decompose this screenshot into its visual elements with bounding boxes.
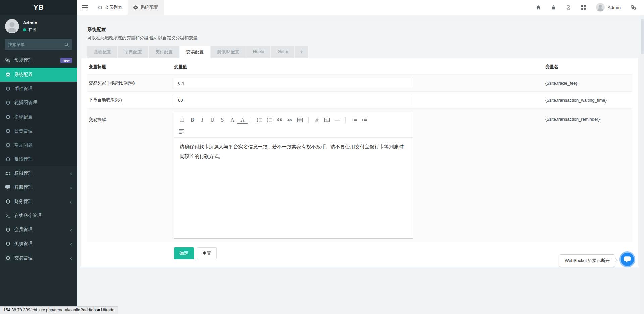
strikethrough-icon[interactable]: S [217,115,227,125]
sidebar-item-trade[interactable]: 交易管理 ‹ [0,251,77,265]
chevron-left-icon: ‹ [70,255,72,261]
topbar-user-menu[interactable]: Admin [596,3,621,12]
user-panel: Admin 在线 [0,15,77,37]
user-name: Admin [23,20,37,25]
horizontal-rule-icon[interactable]: — [332,115,342,125]
panel-body: 变量标题 变量值 变量名 交易买家手续费比例(%) {$site.trade_f… [81,58,638,259]
fullscreen-icon[interactable] [581,5,586,10]
tab-huobi[interactable]: Huobi [246,46,270,58]
sidebar-item-online-command[interactable]: >_ 在线命令管理 [0,209,77,223]
row-variable-name: {$site.transaction_waiting_time} [545,98,631,103]
reset-button[interactable]: 重置 [197,247,217,259]
sidebar-submenu: 系统配置 币种管理 轮播图管理 提现配置 公告管理 常见问题 [0,68,77,166]
blockquote-icon[interactable] [275,115,285,125]
sidebar-item-label: 轮播图管理 [14,100,37,106]
refresh-page-icon[interactable] [566,5,571,10]
underline-icon[interactable]: U [207,115,217,125]
sidebar-item-customer-service[interactable]: 客服管理 ‹ [0,180,77,194]
websocket-tooltip: WebSocket 链接已断开 [559,254,615,267]
sidebar-item-label: 提现配置 [14,114,33,120]
sidebar-item-label: 财务管理 [14,198,33,205]
chevron-left-icon: ‹ [70,199,72,205]
row-variable-name: {$site.trade_fee} [545,81,631,86]
table-icon[interactable] [295,115,305,125]
tab-member-list[interactable]: 会员列表 [93,0,128,15]
settings-gears-icon[interactable] [631,5,637,10]
font-color-icon[interactable]: A [227,115,237,125]
image-icon[interactable] [322,115,332,125]
sidebar-item-awards[interactable]: 奖项管理 ‹ [0,237,77,251]
circle-icon [5,256,11,260]
sidebar-item-label: 奖项管理 [14,241,33,247]
row-title: 交易买家手续费比例(%) [89,80,174,86]
chat-bubble-icon [623,256,631,263]
circle-icon [5,199,11,204]
ordered-list-icon[interactable] [255,115,265,125]
avatar [596,3,605,12]
vertical-scrollbar[interactable] [641,15,644,314]
toolbar-divider [308,117,309,123]
confirm-button[interactable]: 确定 [174,247,194,259]
trash-icon[interactable] [551,5,556,10]
add-tab-button[interactable]: + [295,46,308,58]
topbar-actions: Admin [536,3,644,12]
search-input[interactable] [8,42,64,47]
sidebar-item-feedback[interactable]: 反馈管理 [0,152,77,166]
auto-cancel-input[interactable] [174,95,413,105]
italic-icon[interactable]: I [197,115,207,125]
editor-content[interactable]: 请确保付款卡所属人与平台实名信息一致，若不一致卖家有权不放币。请不要使用支付宝银… [174,138,413,238]
chevron-left-icon: ‹ [70,227,72,233]
hamburger-icon [82,7,88,8]
link-icon[interactable] [312,115,322,125]
sidebar-item-system-config[interactable]: 系统配置 [0,68,77,82]
tab-tencent-im-config[interactable]: 腾讯IM配置 [211,46,246,58]
online-dot-icon [23,28,26,31]
outdent-icon[interactable] [359,115,369,125]
chevron-left-icon: ‹ [70,171,72,176]
tab-dictionary-config[interactable]: 字典配置 [118,46,148,58]
chat-widget-button[interactable] [619,251,635,267]
circle-icon [5,87,11,91]
tab-getui[interactable]: Getui [271,46,294,58]
sidebar-item-label: 币种管理 [14,86,33,92]
sidebar-item-announcement[interactable]: 公告管理 [0,124,77,138]
heading-icon[interactable]: H [177,115,187,125]
align-left-icon[interactable] [177,127,187,136]
sidebar-item-label: 常见问题 [14,142,33,148]
sidebar-item-carousel[interactable]: 轮播图管理 [0,96,77,110]
sidebar-item-label: 在线命令管理 [14,213,42,219]
sidebar-item-currency[interactable]: 币种管理 [0,82,77,96]
code-icon[interactable]: </> [285,115,295,125]
home-icon[interactable] [536,5,541,10]
chevron-left-icon: ‹ [70,241,72,247]
status-url-bar: 154.38.78.239/ebi_otc.php/general/config… [0,306,118,314]
topbar: 会员列表 系统配置 Admin [77,0,644,15]
highlight-color-icon[interactable]: A [237,117,248,124]
scrollbar-thumb[interactable] [641,19,644,54]
tab-trade-config[interactable]: 交易配置 [180,46,210,58]
sidebar-item-general[interactable]: 常规管理 new [0,53,77,68]
person-icon [596,3,605,12]
sidebar-item-permissions[interactable]: 权限管理 ‹ [0,166,77,180]
sidebar-item-withdraw-config[interactable]: 提现配置 [0,110,77,124]
app-logo[interactable]: YB [0,0,77,15]
sidebar-item-label: 系统配置 [14,72,33,78]
circle-icon [5,143,11,147]
bold-icon[interactable]: B [187,115,197,125]
sidebar-item-members[interactable]: 会员管理 ‹ [0,223,77,237]
tab-payment-config[interactable]: 支付配置 [149,46,179,58]
circle-icon [5,115,11,119]
trade-fee-input[interactable] [174,78,413,88]
gears-icon [5,58,11,63]
tab-basic-config[interactable]: 基础配置 [87,46,117,58]
sidebar-toggle-button[interactable] [77,0,93,15]
search-icon [64,42,69,47]
unordered-list-icon[interactable] [265,115,275,125]
sidebar-item-finance[interactable]: 财务管理 ‹ [0,194,77,209]
rich-text-editor: H B I U S A A [174,112,413,239]
sidebar-item-faq[interactable]: 常见问题 [0,138,77,152]
chevron-left-icon: ‹ [70,185,72,190]
tab-system-config[interactable]: 系统配置 [128,0,164,15]
indent-icon[interactable] [349,115,359,125]
sidebar-item-label: 权限管理 [14,170,33,176]
